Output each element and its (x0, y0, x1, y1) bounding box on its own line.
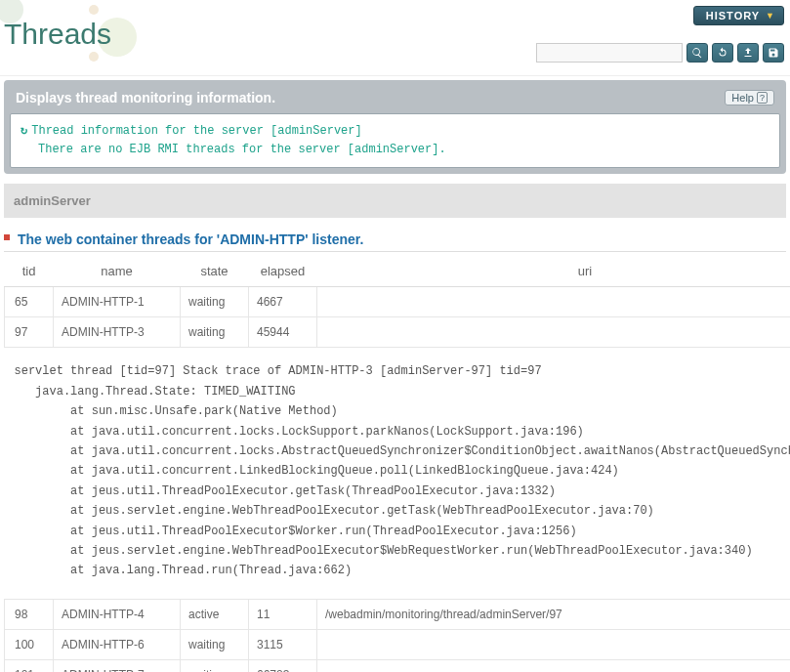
info-line: There are no EJB RMI threads for the ser… (21, 141, 769, 159)
cell-elapsed: 11 (249, 599, 317, 629)
refresh-icon (717, 47, 728, 59)
cell-uri (317, 287, 791, 317)
cell-tid: 101 (5, 659, 54, 672)
cell-state: waiting (181, 659, 249, 672)
threads-table: tid name state elapsed uri Command 65ADM… (4, 256, 790, 672)
flag-icon (4, 234, 14, 244)
cell-uri: /webadmin/monitoring/thread/adminServer/… (317, 599, 791, 629)
info-line: ↻Thread information for the server [admi… (21, 122, 769, 141)
table-row: 98ADMIN-HTTP-4active11/webadmin/monitori… (5, 599, 791, 629)
cell-elapsed: 66723 (249, 659, 317, 672)
cell-uri (317, 659, 791, 672)
save-icon (768, 47, 779, 59)
cell-name: ADMIN-HTTP-3 (54, 317, 181, 348)
threads-subsection: The web container threads for 'ADMIN-HTT… (4, 228, 786, 672)
table-row: 101ADMIN-HTTP-7waiting66723interrupt (5, 659, 791, 672)
info-panel: Displays thread monitoring information. … (4, 80, 786, 174)
cell-elapsed: 45944 (249, 317, 317, 348)
help-label: Help (731, 92, 754, 104)
cell-state: waiting (181, 287, 249, 317)
cell-tid: 100 (5, 629, 54, 659)
cell-elapsed: 4667 (249, 287, 317, 317)
info-text-2: There are no EJB RMI threads for the ser… (38, 143, 446, 156)
page-header: Threads HISTORY ▼ (0, 0, 790, 76)
col-state: state (181, 256, 249, 287)
page-title: Threads (4, 18, 111, 51)
subsection-title-text: The web container threads for 'ADMIN-HTT… (18, 231, 363, 247)
table-row: 65ADMIN-HTTP-1waiting4667interrupt (5, 287, 791, 317)
help-button[interactable]: Help ? (725, 90, 774, 105)
cell-state: waiting (181, 317, 249, 348)
cell-name: ADMIN-HTTP-6 (54, 629, 181, 659)
svg-point-3 (89, 52, 99, 62)
info-panel-title: Displays thread monitoring information. (16, 90, 275, 105)
cell-tid: 98 (5, 599, 54, 629)
chevron-down-icon: ▼ (766, 11, 775, 21)
info-panel-body: ↻Thread information for the server [admi… (10, 113, 780, 168)
cell-state: active (181, 599, 249, 629)
col-elapsed: elapsed (249, 256, 317, 287)
server-section-bar: adminServer (4, 184, 786, 218)
table-header-row: tid name state elapsed uri Command (5, 256, 791, 287)
stack-trace-row: servlet thread [tid=97] Stack trace of A… (5, 348, 791, 599)
save-button[interactable] (763, 43, 784, 63)
cell-name: ADMIN-HTTP-4 (54, 599, 181, 629)
cell-tid: 97 (5, 317, 54, 348)
stack-trace-text: servlet thread [tid=97] Stack trace of A… (5, 348, 791, 599)
table-row: 100ADMIN-HTTP-6waiting3115interrupt (5, 629, 791, 659)
info-panel-header: Displays thread monitoring information. … (10, 86, 780, 113)
history-button[interactable]: HISTORY ▼ (693, 6, 784, 25)
threads-subsection-title: The web container threads for 'ADMIN-HTT… (4, 228, 786, 252)
cell-name: ADMIN-HTTP-1 (54, 287, 181, 317)
help-icon: ? (757, 92, 768, 104)
search-button[interactable] (686, 43, 708, 63)
toolbar (536, 43, 784, 63)
cycle-icon: ↻ (21, 122, 27, 141)
col-name: name (54, 256, 181, 287)
cell-elapsed: 3115 (249, 629, 317, 659)
search-input[interactable] (536, 43, 683, 63)
cell-state: waiting (181, 629, 249, 659)
svg-point-1 (89, 5, 99, 15)
export-icon (742, 47, 754, 59)
refresh-button[interactable] (712, 43, 733, 63)
cell-name: ADMIN-HTTP-7 (54, 659, 181, 672)
cell-uri (317, 317, 791, 348)
history-label: HISTORY (706, 10, 760, 21)
cell-tid: 65 (5, 287, 54, 317)
col-uri: uri (317, 256, 791, 287)
export-button[interactable] (737, 43, 759, 63)
search-icon (691, 47, 703, 59)
col-tid: tid (5, 256, 54, 287)
table-row: 97ADMIN-HTTP-3waiting45944interrupt (5, 317, 791, 348)
cell-uri (317, 629, 791, 659)
info-text-1: Thread information for the server [admin… (31, 124, 361, 138)
server-name-label: adminServer (14, 193, 91, 208)
